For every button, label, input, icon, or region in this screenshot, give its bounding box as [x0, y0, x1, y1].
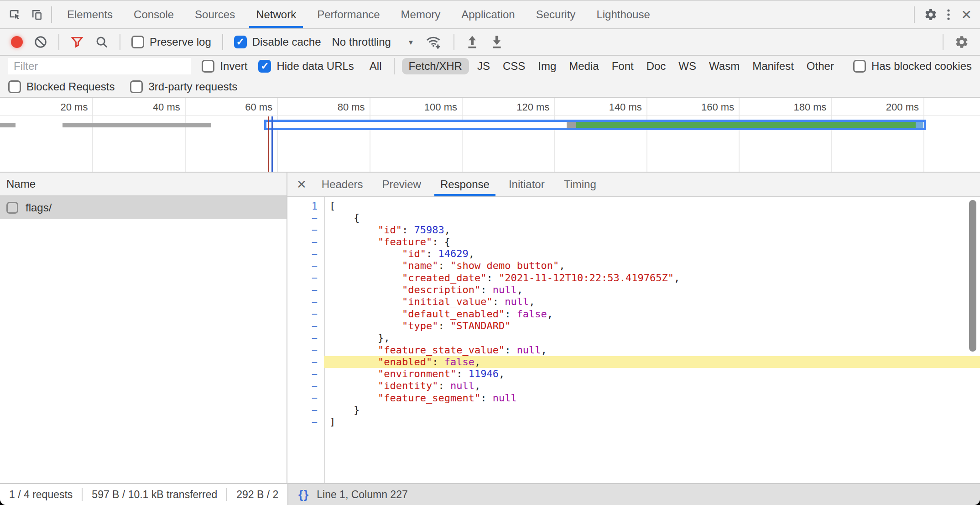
details-tab-headers[interactable]: Headers — [312, 173, 373, 196]
type-filter-other[interactable]: Other — [802, 58, 839, 74]
type-filter-wasm[interactable]: Wasm — [704, 58, 744, 74]
fold-marker[interactable]: − — [287, 332, 324, 344]
tab-application[interactable]: Application — [451, 1, 525, 28]
request-row-checkbox[interactable] — [6, 202, 18, 214]
tab-sources[interactable]: Sources — [184, 1, 245, 28]
search-icon[interactable] — [95, 35, 109, 49]
fold-marker[interactable]: − — [287, 248, 324, 260]
name-column-header[interactable]: Name — [0, 173, 287, 196]
code-text: "name": "show_demo_button", — [324, 260, 980, 272]
fold-marker[interactable]: − — [287, 416, 324, 428]
invert-label: Invert — [220, 60, 247, 73]
more-options-icon[interactable] — [947, 8, 950, 21]
settings-gear-icon[interactable] — [924, 8, 938, 21]
fold-marker[interactable]: − — [287, 392, 324, 404]
preserve-log-checkbox[interactable] — [131, 36, 144, 48]
device-toolbar-icon[interactable] — [30, 8, 44, 21]
details-tabbar: ✕ HeadersPreviewResponseInitiatorTiming — [287, 173, 980, 197]
divider — [394, 58, 395, 74]
filter-funnel-icon[interactable] — [70, 35, 84, 49]
load-event-line — [268, 116, 269, 172]
fold-marker[interactable]: − — [287, 357, 324, 368]
fold-marker[interactable]: − — [287, 224, 324, 236]
divider — [914, 6, 915, 23]
request-bar — [63, 123, 212, 127]
devtools-window: ElementsConsoleSourcesNetworkPerformance… — [0, 0, 980, 505]
fold-marker[interactable]: − — [287, 344, 324, 356]
code-text: "id": 75983, — [324, 224, 980, 236]
vertical-scrollbar[interactable] — [969, 200, 976, 352]
network-conditions-icon[interactable] — [425, 34, 443, 50]
throttling-dropdown[interactable]: No throttling ▼ — [332, 36, 414, 48]
tab-performance[interactable]: Performance — [307, 1, 390, 28]
code-line: − }, — [287, 332, 980, 344]
type-filter-manifest[interactable]: Manifest — [748, 58, 798, 74]
code-text: "initial_value": null, — [324, 296, 980, 308]
type-filter-doc[interactable]: Doc — [642, 58, 671, 74]
requests-panel: Name flags/ — [0, 173, 287, 483]
time-tick-label: 180 ms — [735, 101, 827, 113]
time-tick-label: 80 ms — [274, 101, 365, 113]
tab-security[interactable]: Security — [526, 1, 586, 28]
time-tick-label: 100 ms — [366, 101, 457, 113]
import-har-icon[interactable] — [465, 35, 479, 49]
fold-marker[interactable]: − — [287, 321, 324, 332]
code-line: − "name": "show_demo_button", — [287, 260, 980, 272]
code-text: } — [324, 404, 980, 416]
preserve-log-label: Preserve log — [150, 36, 211, 48]
hide-data-urls-checkbox[interactable] — [258, 60, 271, 73]
pretty-print-icon[interactable]: {} — [298, 488, 309, 502]
fold-marker[interactable]: − — [287, 368, 324, 380]
details-tab-initiator[interactable]: Initiator — [499, 173, 554, 196]
code-text: "id": 14629, — [324, 248, 980, 260]
fold-marker[interactable]: − — [287, 405, 324, 416]
close-details-icon[interactable]: ✕ — [297, 178, 307, 192]
tab-network[interactable]: Network — [245, 1, 307, 28]
code-text: "type": "STANDARD" — [324, 320, 980, 332]
type-filter-js[interactable]: JS — [473, 58, 495, 74]
fold-marker[interactable]: − — [287, 296, 324, 308]
type-filter-css[interactable]: CSS — [498, 58, 530, 74]
disable-cache-checkbox[interactable] — [234, 36, 247, 48]
line-number[interactable]: 1 — [287, 200, 324, 212]
fold-marker[interactable]: − — [287, 212, 324, 224]
details-tab-preview[interactable]: Preview — [373, 173, 431, 196]
time-tick-label: 60 ms — [181, 101, 272, 113]
record-button[interactable] — [11, 36, 23, 48]
network-settings-gear-icon[interactable] — [954, 35, 969, 49]
tab-memory[interactable]: Memory — [391, 1, 451, 28]
blocked-requests-checkbox[interactable] — [8, 80, 21, 93]
tab-lighthouse[interactable]: Lighthouse — [586, 1, 660, 28]
clear-icon[interactable] — [34, 35, 47, 49]
code-text: "description": null, — [324, 284, 980, 296]
fold-marker[interactable]: − — [287, 272, 324, 284]
inspect-element-icon[interactable] — [8, 8, 22, 21]
filter-input[interactable] — [8, 58, 191, 74]
fold-marker[interactable]: − — [287, 380, 324, 392]
invert-checkbox[interactable] — [202, 60, 214, 73]
third-party-requests-checkbox[interactable] — [130, 80, 143, 93]
export-har-icon[interactable] — [490, 35, 504, 49]
fold-marker[interactable]: − — [287, 308, 324, 320]
type-filter-media[interactable]: Media — [564, 58, 603, 74]
fold-marker[interactable]: − — [287, 237, 324, 248]
type-filter-all[interactable]: All — [365, 58, 386, 74]
type-filter-img[interactable]: Img — [533, 58, 561, 74]
has-blocked-cookies-checkbox[interactable] — [853, 60, 866, 73]
tab-console[interactable]: Console — [123, 1, 184, 28]
fold-marker[interactable]: − — [287, 284, 324, 296]
type-filter-fetchxhr[interactable]: Fetch/XHR — [402, 58, 469, 74]
code-text: "default_enabled": false, — [324, 308, 980, 320]
details-tab-timing[interactable]: Timing — [554, 173, 606, 196]
fold-marker[interactable]: − — [287, 260, 324, 272]
request-details-panel: ✕ HeadersPreviewResponseInitiatorTiming … — [287, 173, 980, 483]
tab-elements[interactable]: Elements — [57, 1, 123, 28]
details-tab-response[interactable]: Response — [431, 173, 499, 196]
close-icon[interactable]: ✕ — [961, 7, 972, 22]
response-body-viewer[interactable]: 1[− {− "id": 75983,− "feature": {− "id":… — [287, 197, 980, 483]
type-filter-font[interactable]: Font — [607, 58, 638, 74]
type-filter-ws[interactable]: WS — [674, 58, 701, 74]
request-row[interactable]: flags/ — [0, 196, 287, 219]
hide-data-urls-label: Hide data URLs — [276, 60, 354, 73]
network-overview-timeline[interactable]: 20 ms40 ms60 ms80 ms100 ms120 ms140 ms16… — [0, 98, 980, 173]
